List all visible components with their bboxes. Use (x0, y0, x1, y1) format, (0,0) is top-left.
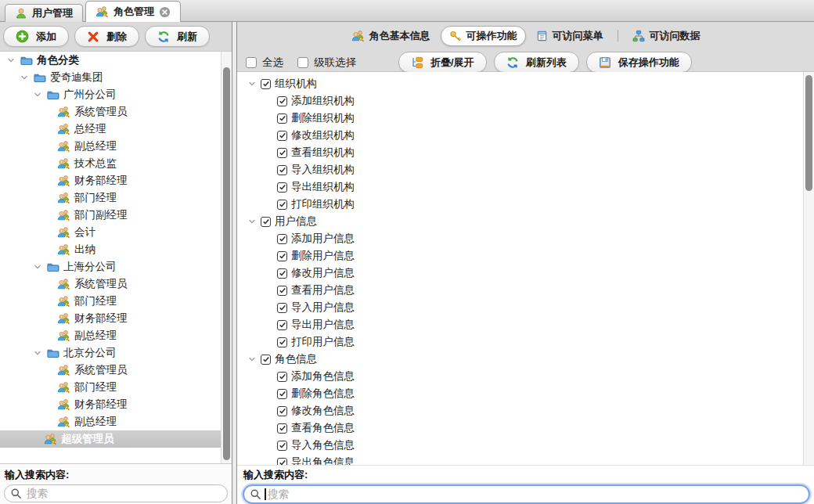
checkbox-checked[interactable] (277, 96, 287, 106)
tree-item[interactable]: 副总经理 (0, 138, 232, 155)
tree-item[interactable]: 上海分公司 (0, 258, 232, 275)
checkbox-checked[interactable] (277, 148, 287, 158)
window-tab-user-management[interactable]: 用户管理 (5, 4, 83, 22)
tree-item[interactable]: 系统管理员 (0, 275, 232, 293)
perm-tree-item[interactable]: 导出组织机构 (237, 178, 814, 196)
checkbox-checked[interactable] (261, 355, 271, 365)
checkbox-checked[interactable] (277, 320, 287, 330)
checkbox-checked[interactable] (277, 286, 287, 296)
perm-tree-item[interactable]: 导出用户信息 (237, 316, 814, 333)
perm-tree-item[interactable]: 导出角色信息 (237, 454, 814, 465)
tree-item[interactable]: 部门经理 (0, 189, 232, 207)
checkbox-checked[interactable] (277, 234, 287, 244)
scrollbar-thumb[interactable] (223, 67, 230, 460)
perm-tree-item[interactable]: 修改组织机构 (237, 127, 814, 144)
perm-tree-item[interactable]: 修改角色信息 (237, 402, 814, 419)
chevron-down-icon[interactable] (33, 262, 42, 272)
perm-tree-item[interactable]: 组织机构 (237, 75, 814, 92)
refresh-button[interactable]: 刷新 (145, 26, 210, 47)
perm-tree-item[interactable]: 添加角色信息 (237, 368, 814, 385)
scrollbar[interactable] (803, 72, 814, 465)
tab-accessible-data[interactable]: 可访问数据 (624, 26, 709, 46)
perm-tree-item[interactable]: 修改用户信息 (237, 265, 814, 282)
checkbox-checked[interactable] (277, 165, 287, 175)
checkbox-checked[interactable] (277, 423, 287, 434)
checkbox-checked[interactable] (277, 200, 287, 210)
perm-tree-item[interactable]: 打印组织机构 (237, 196, 814, 213)
cascade-select-checkbox[interactable]: 级联选择 (297, 56, 356, 70)
chevron-down-icon[interactable] (247, 217, 257, 226)
scrollbar-thumb[interactable] (805, 75, 812, 191)
checkbox-checked[interactable] (277, 389, 287, 399)
checkbox-checked[interactable] (277, 441, 287, 451)
checkbox-checked[interactable] (277, 303, 287, 313)
checkbox-checked[interactable] (277, 251, 287, 261)
tree-item[interactable]: 副总经理 (0, 413, 232, 430)
collapse-expand-button[interactable]: 折叠/展开 (398, 52, 487, 73)
checkbox-checked[interactable] (277, 337, 287, 347)
tree-item[interactable]: 财务部经理 (0, 172, 232, 189)
perm-tree-item[interactable]: 角色信息 (237, 351, 814, 368)
tree-item[interactable]: 系统管理员 (0, 103, 232, 121)
tree-item[interactable]: 部门经理 (0, 293, 232, 310)
tree-item[interactable]: 爱奇迪集团 (0, 69, 232, 86)
perm-tree-item[interactable]: 导入组织机构 (237, 161, 814, 178)
perm-tree-item[interactable]: 删除组织机构 (237, 110, 814, 127)
window-tab-role-management[interactable]: 角色管理 (85, 1, 181, 22)
delete-button[interactable]: 删除 (74, 26, 139, 47)
close-icon[interactable] (159, 6, 171, 18)
chevron-down-icon[interactable] (6, 56, 16, 65)
perm-tree-item[interactable]: 查看角色信息 (237, 419, 814, 437)
checkbox-checked[interactable] (277, 113, 287, 124)
chevron-down-icon[interactable] (33, 348, 42, 358)
role-search-input[interactable] (4, 484, 228, 502)
perm-tree-item[interactable]: 添加组织机构 (237, 92, 814, 110)
tree-item[interactable]: 技术总监 (0, 155, 232, 172)
chevron-down-icon[interactable] (20, 73, 29, 82)
refresh-list-button[interactable]: 刷新列表 (494, 52, 579, 73)
checkbox-checked[interactable] (261, 79, 271, 89)
perm-tree-item[interactable]: 查看用户信息 (237, 282, 814, 299)
tree-item[interactable]: 副总经理 (0, 327, 232, 344)
add-button[interactable]: 添加 (3, 26, 69, 47)
chevron-down-icon[interactable] (247, 355, 257, 364)
permissions-search-input[interactable] (243, 484, 810, 504)
perm-tree-item[interactable]: 用户信息 (237, 213, 814, 230)
checkbox[interactable] (297, 57, 308, 68)
perm-tree-item[interactable]: 打印用户信息 (237, 333, 814, 351)
tab-role-basic-info[interactable]: 角色基本信息 (343, 26, 439, 46)
perm-tree-item[interactable]: 查看组织机构 (237, 144, 814, 161)
checkbox-checked[interactable] (277, 372, 287, 382)
tree-item[interactable]: 会计 (0, 224, 232, 241)
save-operations-button[interactable]: 保存操作功能 (586, 52, 692, 73)
checkbox-checked[interactable] (277, 458, 287, 466)
tree-item[interactable]: 总经理 (0, 121, 232, 138)
scrollbar[interactable] (221, 52, 232, 463)
tree-item[interactable]: 系统管理员 (0, 362, 232, 379)
perm-tree-item[interactable]: 删除用户信息 (237, 247, 814, 265)
perm-tree-item[interactable]: 导入角色信息 (237, 437, 814, 454)
tree-item[interactable]: 财务部经理 (0, 396, 232, 413)
tree-item[interactable]: 广州分公司 (0, 86, 232, 103)
tree-item[interactable]: 部门副经理 (0, 207, 232, 224)
perm-tree-item[interactable]: 删除角色信息 (237, 385, 814, 402)
checkbox[interactable] (246, 57, 257, 68)
tree-item[interactable]: 部门经理 (0, 379, 232, 396)
select-all-checkbox[interactable]: 全选 (246, 56, 283, 70)
perm-tree-item[interactable]: 导入用户信息 (237, 299, 814, 316)
checkbox-checked[interactable] (277, 406, 287, 416)
chevron-down-icon[interactable] (33, 90, 42, 99)
checkbox-checked[interactable] (277, 268, 287, 279)
tree-item[interactable]: 财务部经理 (0, 310, 232, 327)
tree-item[interactable]: 出纳 (0, 241, 232, 258)
chevron-down-icon[interactable] (247, 79, 257, 88)
tree-item[interactable]: 超级管理员 (0, 430, 232, 448)
checkbox-checked[interactable] (277, 182, 287, 193)
tree-item[interactable]: 北京分公司 (0, 344, 232, 362)
checkbox-checked[interactable] (277, 131, 287, 141)
tab-operable-functions[interactable]: 可操作功能 (441, 26, 526, 46)
panel-splitter[interactable] (232, 22, 237, 504)
perm-tree-item[interactable]: 添加用户信息 (237, 230, 814, 247)
tree-item[interactable]: 角色分类 (0, 52, 232, 69)
checkbox-checked[interactable] (261, 217, 271, 227)
